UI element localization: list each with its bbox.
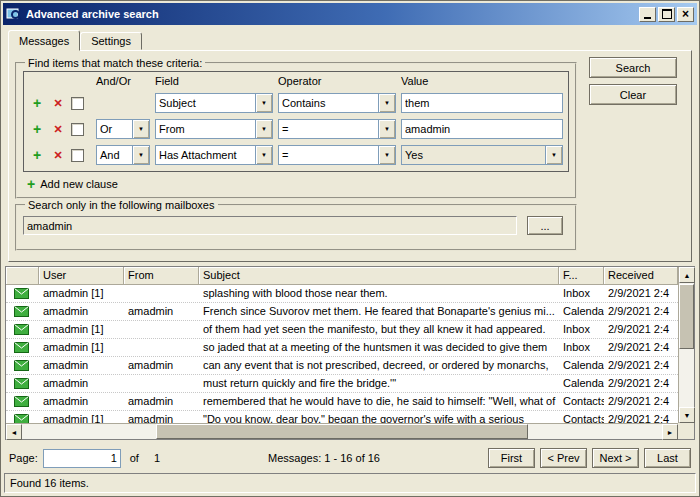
add-row-icon[interactable]: +	[29, 96, 45, 110]
and-or-select-value: And	[97, 146, 132, 164]
cell-user: amadmin [1]	[39, 339, 124, 356]
cell-subject: remembered that he would have to die, he…	[199, 393, 559, 410]
column-header-icon[interactable]	[6, 267, 39, 285]
clear-button[interactable]: Clear	[589, 84, 677, 105]
table-row[interactable]: amadmin amadmin can any event that is no…	[6, 357, 678, 375]
chevron-down-icon[interactable]: ▼	[255, 120, 272, 138]
field-select[interactable]: Subject ▼	[155, 93, 273, 113]
app-icon	[6, 6, 22, 22]
window-title: Advanced archive search	[26, 8, 639, 20]
value-select-value: Yes	[402, 146, 545, 164]
last-page-button[interactable]: Last	[644, 448, 691, 468]
cell-from: amadmin	[124, 357, 199, 374]
scroll-down-button[interactable]: ▼	[679, 407, 695, 423]
cell-user: amadmin [1]	[39, 285, 124, 302]
operator-select[interactable]: Contains ▼	[278, 93, 396, 113]
mailboxes-input[interactable]	[23, 216, 517, 235]
chevron-down-icon[interactable]: ▼	[132, 120, 149, 138]
table-row[interactable]: amadmin amadmin remembered that he would…	[6, 393, 678, 411]
horizontal-scrollbar[interactable]: ◄ ►	[6, 423, 678, 439]
status-text: Found 16 items.	[10, 477, 89, 489]
cell-received: 2/9/2021 2:4	[604, 375, 678, 392]
prev-page-button[interactable]: < Prev	[540, 448, 587, 468]
maximize-button[interactable]	[658, 7, 675, 22]
chevron-down-icon[interactable]: ▼	[378, 146, 395, 164]
minimize-button[interactable]	[639, 7, 656, 22]
cell-folder: Inbox	[559, 285, 604, 302]
field-select[interactable]: From ▼	[155, 119, 273, 139]
cell-folder: Calendar	[559, 357, 604, 374]
remove-row-icon[interactable]: ✕	[50, 148, 66, 162]
field-select-value: Has Attachment	[156, 146, 255, 164]
browse-mailboxes-button[interactable]: ...	[527, 216, 563, 235]
cell-from	[124, 375, 199, 392]
table-row[interactable]: amadmin must return quickly and fire the…	[6, 375, 678, 393]
search-button[interactable]: Search	[589, 57, 677, 78]
column-header-folder[interactable]: F...	[559, 267, 604, 285]
close-button[interactable]: ×	[677, 7, 694, 22]
operator-select[interactable]: = ▼	[278, 119, 396, 139]
page-number-input[interactable]	[43, 449, 121, 468]
criteria-grid: And/Or Field Operator Value + ✕ Subject …	[23, 71, 569, 172]
criteria-panel: Find items that match these criteria: An…	[15, 57, 577, 253]
cell-user: amadmin	[39, 393, 124, 410]
add-row-icon[interactable]: +	[29, 148, 45, 162]
vertical-scroll-track[interactable]	[679, 283, 694, 407]
cell-subject: so jaded that at a meeting of the huntsm…	[199, 339, 559, 356]
table-row[interactable]: amadmin [1] so jaded that at a meeting o…	[6, 339, 678, 357]
add-new-clause-link[interactable]: + Add new clause	[23, 177, 569, 191]
scroll-up-button[interactable]: ▲	[679, 267, 695, 283]
and-or-select[interactable]: And ▼	[96, 145, 150, 165]
chevron-down-icon[interactable]: ▼	[545, 146, 562, 164]
table-row[interactable]: amadmin [1] splashing with blood those n…	[6, 285, 678, 303]
add-icon: +	[27, 177, 35, 191]
cell-subject: can any event that is not prescribed, de…	[199, 357, 559, 374]
field-select[interactable]: Has Attachment ▼	[155, 145, 273, 165]
scroll-left-button[interactable]: ◄	[6, 424, 22, 440]
and-or-select[interactable]: Or ▼	[96, 119, 150, 139]
column-header-received[interactable]: Received	[604, 267, 678, 285]
cell-received: 2/9/2021 2:4	[604, 393, 678, 410]
horizontal-scroll-track[interactable]	[22, 424, 662, 439]
chevron-down-icon[interactable]: ▼	[378, 94, 395, 112]
cell-user: amadmin	[39, 303, 124, 320]
remove-row-icon[interactable]: ✕	[50, 122, 66, 136]
cell-received: 2/9/2021 2:4	[604, 357, 678, 374]
mailboxes-group-label: Search only in the following mailboxes	[25, 199, 218, 211]
messages-tab-panel: Find items that match these criteria: An…	[8, 50, 692, 262]
table-row[interactable]: amadmin [1] amadmin "Do you know, dear b…	[6, 411, 678, 423]
chevron-down-icon[interactable]: ▼	[132, 146, 149, 164]
tab-settings[interactable]: Settings	[80, 32, 142, 50]
tab-messages[interactable]: Messages	[8, 30, 80, 51]
remove-row-icon[interactable]: ✕	[50, 96, 66, 110]
vertical-scrollbar[interactable]: ▲ ▼	[678, 267, 694, 423]
table-row[interactable]: amadmin [1] of them had yet seen the man…	[6, 321, 678, 339]
vertical-scroll-thumb[interactable]	[679, 284, 694, 348]
column-header-subject[interactable]: Subject	[199, 267, 559, 285]
column-header-user[interactable]: User	[39, 267, 124, 285]
row-checkbox[interactable]	[71, 97, 84, 110]
chevron-down-icon[interactable]: ▼	[255, 146, 272, 164]
horizontal-scroll-thumb[interactable]	[156, 424, 527, 439]
scrollbar-corner	[678, 423, 694, 439]
and-or-select-value: Or	[97, 120, 132, 138]
add-row-icon[interactable]: +	[29, 122, 45, 136]
row-checkbox[interactable]	[71, 149, 84, 162]
cell-from	[124, 339, 199, 356]
first-page-button[interactable]: First	[488, 448, 535, 468]
chevron-down-icon[interactable]: ▼	[378, 120, 395, 138]
cell-folder: Contacts	[559, 411, 604, 423]
cell-folder: Inbox	[559, 339, 604, 356]
column-header-from[interactable]: From	[124, 267, 199, 285]
value-input[interactable]	[401, 93, 563, 113]
table-row[interactable]: amadmin amadmin French since Suvorov met…	[6, 303, 678, 321]
titlebar: Advanced archive search ×	[3, 3, 697, 25]
scroll-right-button[interactable]: ►	[662, 424, 678, 440]
operator-select[interactable]: = ▼	[278, 145, 396, 165]
row-checkbox[interactable]	[71, 123, 84, 136]
operator-select-value: Contains	[279, 94, 378, 112]
value-select-disabled[interactable]: Yes ▼	[401, 145, 563, 165]
next-page-button[interactable]: Next >	[592, 448, 639, 468]
value-input[interactable]	[401, 119, 563, 139]
chevron-down-icon[interactable]: ▼	[255, 94, 272, 112]
